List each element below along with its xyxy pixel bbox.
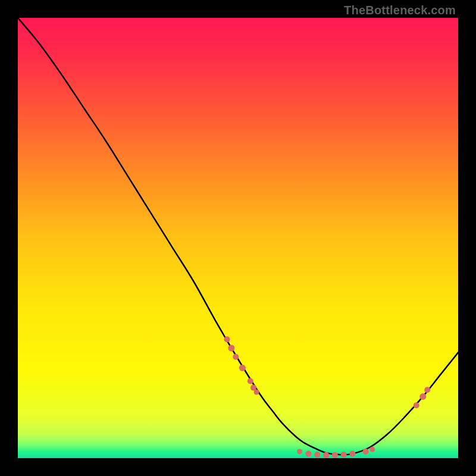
svg-rect-0 xyxy=(18,18,458,458)
chart-container xyxy=(18,18,458,458)
watermark-text: TheBottleneck.com xyxy=(344,4,456,17)
chart-background-gradient xyxy=(18,18,458,458)
